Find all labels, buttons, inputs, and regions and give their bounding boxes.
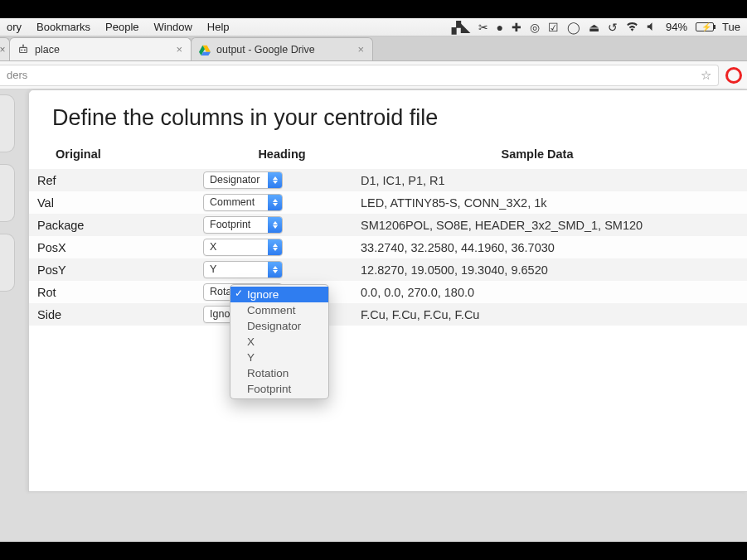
wifi-icon[interactable] bbox=[626, 21, 638, 34]
window-bottom-blackbar bbox=[0, 542, 747, 560]
window-top-blackbar bbox=[0, 0, 747, 18]
dropdown-option-comment[interactable]: Comment bbox=[230, 302, 328, 318]
select-value: Comment bbox=[204, 195, 268, 210]
sample-cell: D1, IC1, P1, R1 bbox=[361, 174, 747, 187]
original-cell: Package bbox=[37, 219, 203, 232]
battery-percent: 94% bbox=[666, 21, 687, 33]
stepper-arrows-icon bbox=[268, 195, 282, 210]
stepper-arrows-icon bbox=[268, 239, 282, 255]
stepper-arrows-icon bbox=[268, 217, 282, 233]
menubar-status-icons: ▞◣ ✂ ● ✚ ◎ ☑ ◯ ⏏ ↺ 94% ⚡ Tue bbox=[452, 21, 740, 34]
omnibox[interactable]: ders ☆ bbox=[0, 65, 719, 86]
sample-cell: 0.0, 0.0, 270.0, 180.0 bbox=[361, 286, 747, 299]
stepper-arrows-icon bbox=[268, 172, 282, 188]
cc-icon[interactable]: ◎ bbox=[530, 21, 540, 34]
heading-select-posy[interactable]: Y bbox=[203, 261, 283, 278]
dropdown-option-x[interactable]: X bbox=[230, 334, 328, 350]
original-cell: Ref bbox=[37, 174, 203, 187]
bookmark-star-icon[interactable]: ☆ bbox=[701, 68, 711, 83]
tab-title: place bbox=[35, 44, 172, 56]
menubar-clock[interactable]: Tue bbox=[722, 21, 740, 33]
svg-rect-0 bbox=[20, 47, 27, 52]
opera-extension-icon[interactable] bbox=[725, 67, 742, 84]
original-cell: Side bbox=[37, 308, 203, 321]
table-row: PosY Y 12.8270, 19.0500, 19.3040, 9.6520 bbox=[29, 258, 747, 281]
sample-cell: 12.8270, 19.0500, 19.3040, 9.6520 bbox=[361, 263, 747, 277]
adobe-icon[interactable]: ▞◣ bbox=[452, 21, 470, 34]
table-header: Original Heading Sample Data bbox=[29, 144, 747, 169]
menu-help[interactable]: Help bbox=[207, 21, 230, 33]
airplay-icon[interactable]: ⏏ bbox=[589, 21, 599, 34]
cloud-icon[interactable]: ● bbox=[497, 21, 503, 34]
heading-select-posx[interactable]: X bbox=[203, 239, 283, 256]
dropdown-option-y[interactable]: Y bbox=[230, 350, 328, 365]
sample-cell: F.Cu, F.Cu, F.Cu, F.Cu bbox=[361, 308, 747, 321]
sample-cell: SM1206POL, SO8E, HEADER_3x2_SMD_1, SM120 bbox=[361, 219, 747, 232]
heading-dropdown-popup: Ignore Comment Designator X Y Rotation F… bbox=[230, 284, 329, 399]
original-cell: PosX bbox=[37, 241, 203, 254]
svg-point-4 bbox=[22, 44, 24, 46]
header-heading: Heading bbox=[203, 147, 361, 161]
original-cell: PosY bbox=[37, 263, 203, 277]
close-icon[interactable]: × bbox=[172, 43, 186, 56]
gutter-tab-3[interactable] bbox=[0, 234, 15, 292]
left-gutter bbox=[0, 89, 25, 542]
stepper-arrows-icon bbox=[268, 262, 282, 278]
gutter-tab-1[interactable] bbox=[0, 94, 15, 152]
dropdown-option-ignore[interactable]: Ignore bbox=[230, 287, 328, 302]
select-value: Footprint bbox=[204, 217, 268, 233]
browser-addressbar: ders ☆ bbox=[0, 61, 747, 89]
table-row: PosX X 33.2740, 32.2580, 44.1960, 36.703… bbox=[29, 236, 747, 258]
main-panel: Define the columns in your centroid file… bbox=[28, 89, 747, 492]
tab-title: output - Google Drive bbox=[216, 44, 354, 56]
mac-menubar: ory Bookmarks People Window Help ▞◣ ✂ ● … bbox=[0, 18, 747, 36]
robot-icon bbox=[17, 43, 30, 56]
dropdown-option-footprint[interactable]: Footprint bbox=[230, 381, 328, 397]
table-row: Package Footprint SM1206POL, SO8E, HEADE… bbox=[29, 214, 747, 236]
page-body: Define the columns in your centroid file… bbox=[0, 89, 747, 542]
timemachine-icon[interactable]: ↺ bbox=[608, 21, 618, 34]
column-mapping-table: Original Heading Sample Data Ref Designa… bbox=[29, 144, 747, 326]
close-icon[interactable]: × bbox=[354, 43, 367, 56]
menu-bookmarks[interactable]: Bookmarks bbox=[36, 21, 90, 33]
header-sample: Sample Data bbox=[361, 147, 747, 161]
chat-icon[interactable]: ◯ bbox=[567, 21, 580, 34]
heading-select-package[interactable]: Footprint bbox=[203, 216, 283, 234]
gutter-tab-2[interactable] bbox=[0, 164, 15, 222]
drive-icon bbox=[198, 43, 211, 56]
original-cell: Val bbox=[37, 196, 203, 210]
select-value: Y bbox=[204, 262, 268, 278]
header-original: Original bbox=[37, 147, 203, 161]
svg-point-2 bbox=[24, 49, 26, 51]
page-title: Define the columns in your centroid file bbox=[29, 90, 747, 144]
select-value: Designator bbox=[204, 172, 268, 188]
table-row: Val Comment LED, ATTINY85-S, CONN_3X2, 1… bbox=[29, 191, 747, 214]
browser-tabstrip: × place × output - Google Drive × bbox=[0, 36, 747, 61]
sample-cell: 33.2740, 32.2580, 44.1960, 36.7030 bbox=[361, 241, 747, 254]
tab-output-drive[interactable]: output - Google Drive × bbox=[191, 37, 373, 60]
battery-icon[interactable]: ⚡ bbox=[696, 22, 714, 31]
menu-people[interactable]: People bbox=[105, 21, 138, 33]
heading-select-val[interactable]: Comment bbox=[203, 194, 283, 211]
omnibox-text: ders bbox=[7, 69, 701, 81]
tab-place[interactable]: place × bbox=[9, 37, 192, 60]
check-icon[interactable]: ☑ bbox=[548, 21, 559, 34]
menu-window[interactable]: Window bbox=[154, 21, 192, 33]
scissors-icon[interactable]: ✂ bbox=[478, 21, 488, 34]
menu-history[interactable]: ory bbox=[7, 21, 22, 33]
table-row: Side Ignore F.Cu, F.Cu, F.Cu, F.Cu bbox=[29, 303, 747, 326]
select-value: X bbox=[204, 239, 268, 255]
volume-icon[interactable] bbox=[647, 21, 657, 34]
dropdown-option-designator[interactable]: Designator bbox=[230, 318, 328, 334]
dropdown-option-rotation[interactable]: Rotation bbox=[230, 365, 328, 381]
table-row: Ref Designator D1, IC1, P1, R1 bbox=[29, 169, 747, 191]
plus-icon[interactable]: ✚ bbox=[512, 21, 521, 34]
original-cell: Rot bbox=[37, 286, 203, 299]
svg-point-1 bbox=[21, 49, 22, 51]
heading-select-ref[interactable]: Designator bbox=[203, 171, 283, 189]
table-row: Rot Rotation 0.0, 0.0, 270.0, 180.0 bbox=[29, 281, 747, 303]
sample-cell: LED, ATTINY85-S, CONN_3X2, 1k bbox=[361, 196, 747, 210]
